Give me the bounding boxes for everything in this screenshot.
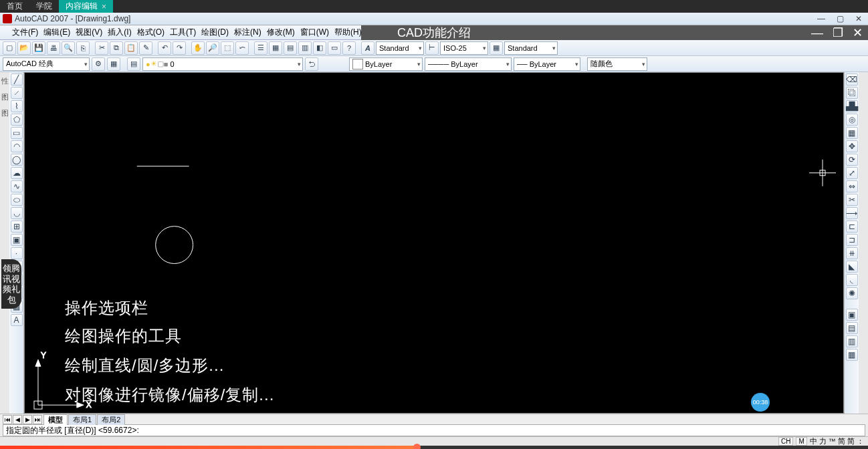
doc-close-button[interactable]: ✕ xyxy=(853,27,863,39)
tab-next-icon[interactable]: ▶ xyxy=(23,415,32,424)
open-icon[interactable]: 📂 xyxy=(17,41,31,55)
fillet-icon[interactable]: ◟ xyxy=(846,274,858,286)
extend-icon[interactable]: ⟶ xyxy=(846,207,858,219)
pan-icon[interactable]: ✋ xyxy=(191,41,205,55)
ime-m[interactable]: M xyxy=(796,437,806,446)
zoom-prev-icon[interactable]: ⤺ xyxy=(235,41,249,55)
dim-style-icon[interactable]: ⊢ xyxy=(425,41,439,55)
table-style-icon[interactable]: ▦ xyxy=(490,41,503,55)
vertical-scrollbar[interactable] xyxy=(859,72,868,414)
undo-icon[interactable]: ↶ xyxy=(158,41,171,55)
text-style-select[interactable]: Standard xyxy=(376,41,424,55)
help-icon[interactable]: ? xyxy=(342,41,356,55)
cut-icon[interactable]: ✂ xyxy=(95,41,108,55)
lineweight-select[interactable]: ── ByLayer xyxy=(514,57,580,71)
doc-restore-button[interactable]: ❐ xyxy=(833,27,843,39)
tool-palette-icon[interactable]: ▤ xyxy=(284,41,297,55)
trim-icon[interactable]: ✂ xyxy=(846,194,858,206)
preview-icon[interactable]: 🔍 xyxy=(62,41,75,55)
spline-icon[interactable]: ∿ xyxy=(11,180,23,192)
circle-icon[interactable]: ◯ xyxy=(11,154,23,166)
break-pt-icon[interactable]: ⊏ xyxy=(846,220,858,233)
offset-icon[interactable]: ◎ xyxy=(846,114,858,126)
redo-icon[interactable]: ↷ xyxy=(173,41,186,55)
ellipse-arc-icon[interactable]: ◡ xyxy=(11,207,23,219)
ime-ch[interactable]: CH xyxy=(778,437,793,446)
point-icon[interactable]: · xyxy=(11,247,23,259)
color-select[interactable]: ByLayer xyxy=(349,57,423,71)
paste-icon[interactable]: 📋 xyxy=(124,41,138,55)
ext-tab-home[interactable]: 首页 xyxy=(0,0,29,13)
draworder-back-icon[interactable]: ▣ xyxy=(846,309,858,321)
erase-icon[interactable]: ⌫ xyxy=(846,73,858,86)
workspace-lock-icon[interactable]: ▦ xyxy=(107,57,120,71)
line-icon[interactable]: ╱ xyxy=(11,73,23,86)
doc-minimize-button[interactable]: — xyxy=(811,27,823,39)
layer-props-icon[interactable]: ▤ xyxy=(127,57,140,71)
match-icon[interactable]: ✎ xyxy=(139,41,152,55)
close-button[interactable]: ✕ xyxy=(849,13,868,25)
stretch-icon[interactable]: ⇔ xyxy=(846,180,858,192)
zoom-rt-icon[interactable]: 🔎 xyxy=(206,41,219,55)
layer-select[interactable]: ● ☀ ▢ ■ 0 xyxy=(142,57,303,71)
calc-icon[interactable]: ▭ xyxy=(328,41,341,55)
ext-tab-active[interactable]: 内容编辑 × xyxy=(59,0,113,13)
video-progress[interactable] xyxy=(0,446,868,449)
zoom-win-icon[interactable]: ⬚ xyxy=(221,41,234,55)
rectangle-icon[interactable]: ▭ xyxy=(11,127,23,139)
move-icon[interactable]: ✥ xyxy=(846,140,858,152)
maximize-button[interactable]: ▢ xyxy=(831,13,849,25)
draworder-under-icon[interactable]: ▦ xyxy=(846,349,858,361)
workspace-select[interactable]: AutoCAD 经典 xyxy=(3,57,90,71)
markup-icon[interactable]: ◧ xyxy=(313,41,326,55)
dim-style-select[interactable]: ISO-25 xyxy=(440,41,488,55)
mirror-icon[interactable]: ▟▙ xyxy=(846,100,858,112)
pline-icon[interactable]: ⌇ xyxy=(11,100,23,112)
ext-tab-academy[interactable]: 学院 xyxy=(29,0,59,13)
make-block-icon[interactable]: ▣ xyxy=(11,234,23,246)
publish-icon[interactable]: ⎘ xyxy=(76,41,90,55)
draworder-front-icon[interactable]: ▤ xyxy=(846,322,858,334)
workspace-settings-icon[interactable]: ⚙ xyxy=(92,57,105,71)
app-titlebar: AutoCAD 2007 - [Drawing1.dwg] — ▢ ✕ xyxy=(0,13,868,25)
ellipse-icon[interactable]: ⬭ xyxy=(11,194,23,206)
new-icon[interactable]: ▢ xyxy=(3,41,16,55)
plot-color-select[interactable]: 随颜色 xyxy=(587,57,647,71)
linetype-select[interactable]: ──── ByLayer xyxy=(425,57,512,71)
close-icon[interactable]: × xyxy=(102,2,106,11)
explode-icon[interactable]: ✺ xyxy=(846,287,858,299)
array-icon[interactable]: ▦ xyxy=(846,127,858,139)
tab-first-icon[interactable]: ⏮ xyxy=(3,415,12,424)
scale-icon[interactable]: ⤢ xyxy=(846,167,858,179)
copy-obj-icon[interactable]: ⿻ xyxy=(846,87,858,99)
revcloud-icon[interactable]: ☁ xyxy=(11,167,23,179)
minimize-button[interactable]: — xyxy=(812,13,831,25)
text-style-icon[interactable]: A xyxy=(361,41,374,55)
tab-last-icon[interactable]: ⏭ xyxy=(33,415,42,424)
join-icon[interactable]: ⧺ xyxy=(846,247,858,259)
plot-icon[interactable]: 🖶 xyxy=(47,41,60,55)
tab-layout2[interactable]: 布局2 xyxy=(97,414,125,425)
arc-icon[interactable]: ◠ xyxy=(11,140,23,152)
tab-layout1[interactable]: 布局1 xyxy=(68,414,96,425)
dc-icon[interactable]: ▦ xyxy=(269,41,282,55)
tab-prev-icon[interactable]: ◀ xyxy=(13,415,22,424)
draworder-above-icon[interactable]: ▥ xyxy=(846,335,858,347)
break-icon[interactable]: ⊐ xyxy=(846,234,858,246)
promo-bubble[interactable]: 领腾讯视频礼包 xyxy=(1,259,21,309)
sheet-icon[interactable]: ▥ xyxy=(298,41,312,55)
xline-icon[interactable]: ⟋ xyxy=(11,87,23,99)
layer-prev-icon[interactable]: ⮌ xyxy=(305,57,318,71)
drawing-canvas[interactable]: Y X 操作选项栏 绘图操作的工具 绘制直线/圆/多边形... 对图像进行镜像/… xyxy=(24,72,844,414)
tab-model[interactable]: 模型 xyxy=(43,414,68,425)
chamfer-icon[interactable]: ◣ xyxy=(846,261,858,273)
progress-knob-icon[interactable] xyxy=(413,444,421,449)
table-style-select[interactable]: Standard xyxy=(504,41,558,55)
properties-icon[interactable]: ☰ xyxy=(254,41,267,55)
save-icon[interactable]: 💾 xyxy=(32,41,45,55)
polygon-icon[interactable]: ⬠ xyxy=(11,114,23,126)
mtext-icon[interactable]: A xyxy=(11,314,23,326)
copy-icon[interactable]: ⧉ xyxy=(110,41,123,55)
command-line[interactable]: 指定圆的半径或 [直径(D)] <59.6672>: xyxy=(3,424,865,436)
insert-block-icon[interactable]: ⊞ xyxy=(11,220,23,233)
